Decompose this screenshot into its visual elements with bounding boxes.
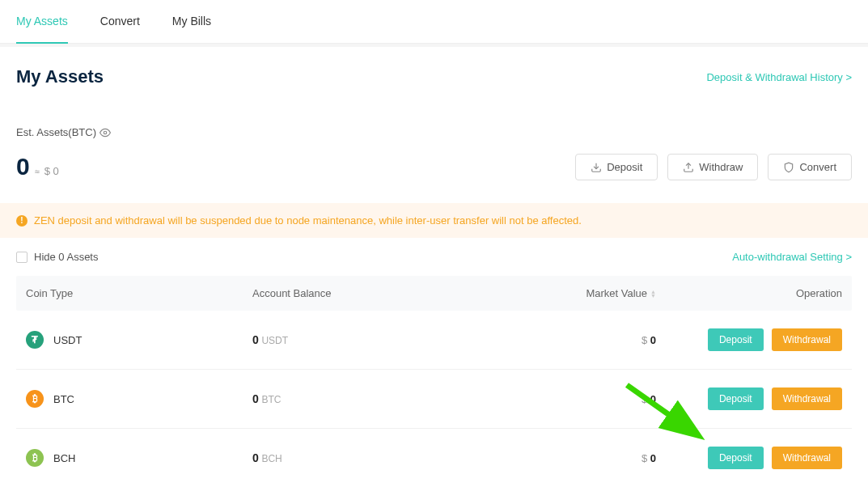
balance-unit: BTC [261,394,281,405]
row-withdrawal-button[interactable]: Withdrawal [772,328,842,351]
usdt-icon: ₮ [26,331,44,349]
withdraw-button[interactable]: Withdraw [667,154,758,180]
hide-zero-assets-checkbox[interactable]: Hide 0 Assets [16,251,99,263]
table-row: ₿ BCH 0 BCH $ 0 Deposit Withdrawal [16,429,852,487]
market-value: 0 [650,452,656,464]
action-buttons: Deposit Withdraw Convert [575,154,852,180]
shield-icon [783,162,794,173]
balance-value: 0 [252,451,259,464]
balance-value: 0 [252,333,259,346]
tab-convert[interactable]: Convert [100,0,140,43]
deposit-withdrawal-history-link[interactable]: Deposit & Withdrawal History > [706,71,852,83]
alert-icon: ! [16,215,28,227]
bch-icon: ₿ [26,449,44,467]
row-withdrawal-button[interactable]: Withdrawal [772,447,842,469]
balance-unit: USDT [261,335,288,346]
sort-icon: ▲▼ [650,290,656,298]
est-assets-usd: $ 0 [44,165,59,177]
market-value: 0 [650,334,656,346]
th-account-balance: Account Balance [252,287,455,299]
eye-icon[interactable] [100,127,111,138]
deposit-icon [591,162,602,173]
assets-table: Coin Type Account Balance Market Value ▲… [0,276,868,487]
page-title: My Assets [16,66,104,87]
alert-banner: ! ZEN deposit and withdrawal will be sus… [0,203,868,238]
coin-symbol: USDT [53,334,82,346]
th-coin-type: Coin Type [26,287,252,299]
table-header: Coin Type Account Balance Market Value ▲… [16,276,852,311]
btc-icon: ₿ [26,390,44,408]
market-symbol: $ [641,452,647,464]
tab-my-assets[interactable]: My Assets [16,0,68,44]
th-operation: Operation [656,287,842,299]
market-value: 0 [650,393,656,405]
coin-symbol: BCH [53,452,75,464]
balance-value: 0 [252,392,259,405]
deposit-button[interactable]: Deposit [575,154,658,180]
coin-symbol: BTC [53,393,74,405]
approx-symbol: ≈ [35,167,40,176]
market-symbol: $ [641,393,647,405]
filter-bar: Hide 0 Assets Auto-withdrawal Setting > [0,238,868,276]
table-row: ₮ USDT 0 USDT $ 0 Deposit Withdrawal [16,311,852,370]
page-title-bar: My Assets Deposit & Withdrawal History > [0,47,868,107]
tab-my-bills[interactable]: My Bills [172,0,211,43]
row-deposit-button[interactable]: Deposit [708,447,764,469]
tabs: My Assets Convert My Bills [0,0,868,44]
balance-unit: BCH [261,453,282,464]
est-assets-section: Est. Assets(BTC) 0 ≈ $ 0 Deposit Withdra… [0,107,868,203]
row-deposit-button[interactable]: Deposit [708,328,764,351]
withdraw-icon [683,162,694,173]
est-assets-value: 0 [16,153,30,180]
table-row: ₿ BTC 0 BTC $ 0 Deposit Withdrawal [16,370,852,429]
th-market-value[interactable]: Market Value ▲▼ [455,287,657,299]
est-assets-label: Est. Assets(BTC) [16,126,111,138]
auto-withdrawal-setting-link[interactable]: Auto-withdrawal Setting > [732,251,852,263]
market-symbol: $ [641,334,647,346]
convert-button[interactable]: Convert [768,154,852,180]
alert-text: ZEN deposit and withdrawal will be suspe… [34,214,582,227]
row-withdrawal-button[interactable]: Withdrawal [772,387,842,410]
svg-point-0 [104,131,107,134]
row-deposit-button[interactable]: Deposit [708,387,764,410]
